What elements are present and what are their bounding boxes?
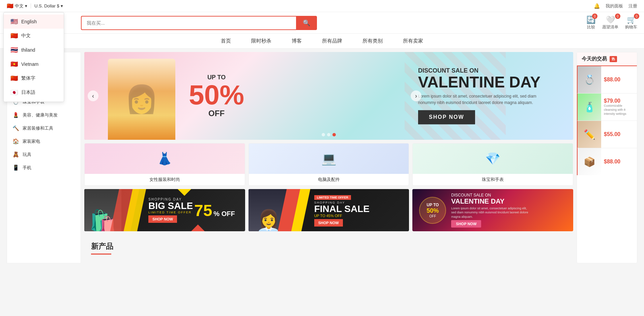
deal-item-4[interactable]: 📦 $88.00	[577, 148, 637, 175]
hero-next-button[interactable]: ›	[411, 90, 421, 101]
deal-info-4: $88.00	[601, 148, 637, 175]
section-underline	[91, 254, 111, 255]
sidebar-item-home-tools[interactable]: 🔨 家居装修和工具	[7, 122, 81, 135]
hero-body-text: Lorem ipsum dolor sit amet, consectetuer…	[418, 93, 546, 106]
category-label-jewelry: 珠宝和手表	[479, 174, 506, 185]
deal-image-4: 📦	[578, 148, 601, 175]
notification-bell-icon[interactable]: 🔔	[594, 3, 600, 9]
category-electronics[interactable]: 💻 电脑及配件	[248, 143, 409, 186]
flag-icon: 🇨🇳	[7, 3, 13, 9]
sidebar-item-label: 美容、健康与美发	[23, 112, 58, 118]
hero-shop-now-button[interactable]: SHOP NOW	[418, 110, 475, 125]
sidebar-item-toys[interactable]: 🧸 玩具	[7, 148, 81, 161]
cart-badge: 0	[634, 14, 639, 19]
top-bar-left: 🇨🇳 中文 ▾ U.S. Dollar $ ▾ 🇺🇸 English 🇨🇳 中文…	[7, 3, 63, 9]
search-bar: 🔍	[81, 16, 317, 30]
dashboard-link[interactable]: 我的面板	[606, 3, 623, 9]
nav-sellers[interactable]: 所有卖家	[403, 38, 423, 44]
flag-th-icon: 🇹🇭	[10, 46, 18, 54]
heart-icon: 🤍	[606, 16, 615, 24]
hero-prev-button[interactable]: ‹	[88, 90, 98, 101]
promo-3-content: DISCOUNT SALE ON VALENTINE DAY Lorem ips…	[412, 189, 535, 231]
category-jewelry[interactable]: 💎 珠宝和手表	[412, 143, 573, 186]
cart-button[interactable]: 🛒 0 购物车	[625, 16, 637, 30]
nav-categories[interactable]: 所有类别	[362, 38, 383, 44]
register-link[interactable]: 注册	[628, 3, 637, 9]
category-women-fashion[interactable]: 👗 女性服装和时尚	[84, 143, 245, 186]
deal-desc-2: Customizable cleansing with 8 intensity …	[604, 104, 634, 116]
sidebar-item-label: 玩具	[23, 152, 31, 158]
sidebar-item-appliances[interactable]: 🏠 家装家电	[7, 135, 81, 148]
nav-brands[interactable]: 所有品牌	[322, 38, 342, 44]
deal-item-3[interactable]: ✏️ $55.00	[577, 121, 637, 148]
compare-button[interactable]: 🔄 0 比较	[586, 16, 595, 30]
promo-1-shop-now-button[interactable]: SHOP NOW	[148, 215, 177, 223]
deal-info-3: $55.00	[601, 121, 637, 148]
promo-2-final-sale: FINAL SALE	[314, 204, 370, 214]
promo-2-shop-now-button[interactable]: SHOP NOW	[314, 219, 343, 227]
lang-option-traditional[interactable]: 🇨🇳 繁体字	[4, 71, 64, 85]
category-img-electronics: 💻	[249, 143, 409, 174]
new-products-title: 新产品	[91, 241, 566, 252]
sidebar-item-label: 家装家电	[23, 138, 40, 144]
center-content: 👩 UP TO 50% OFF DISCOUNT SALE ON VALENTI…	[84, 52, 573, 263]
hero-dots	[322, 133, 336, 136]
lang-option-vietnam[interactable]: 🇻🇳 Vietnam	[4, 57, 64, 71]
sidebar-item-beauty[interactable]: 💄 美容、健康与美发	[7, 108, 81, 122]
hero-percent: 50%	[189, 81, 244, 109]
currency-selector[interactable]: U.S. Dollar $ ▾	[31, 3, 63, 8]
hero-banner: 👩 UP TO 50% OFF DISCOUNT SALE ON VALENTI…	[84, 52, 573, 140]
deal-info-1: $88.00	[601, 66, 637, 93]
wishlist-button[interactable]: 🤍 0 愿望清单	[602, 16, 618, 30]
hero-percent-block: UP TO 50% OFF	[189, 74, 244, 118]
deal-item-1[interactable]: 💍 $88.00	[577, 66, 637, 94]
header-actions: 🔄 0 比较 🤍 0 愿望清单 🛒 0 购物车	[586, 16, 637, 30]
promo-1-percent: 75 % OFF	[194, 201, 235, 219]
hero-dot-1[interactable]	[322, 133, 325, 136]
nav-flash-sale[interactable]: 限时秒杀	[251, 38, 271, 44]
currency-label: U.S. Dollar $	[34, 3, 59, 8]
promo-2-up-to: UP TO 45% OFF	[314, 214, 370, 218]
category-label-electronics: 电脑及配件	[315, 174, 343, 185]
search-input[interactable]	[81, 16, 296, 30]
hero-off: OFF	[189, 109, 244, 118]
hero-dot-3[interactable]	[332, 133, 336, 136]
search-button[interactable]: 🔍	[296, 16, 317, 30]
promo-2-content: LIMITED TIME OFFER SHOPPING DAY FINAL SA…	[289, 191, 373, 230]
lang-option-thiland[interactable]: 🇹🇭 thiland	[4, 43, 64, 57]
top-bar-right: 🔔 我的面板 注册	[594, 3, 637, 9]
lang-option-chinese[interactable]: 🇨🇳 中文	[4, 29, 64, 43]
promo-final-sale-banner[interactable]: 👩‍💼 LIMITED TIME OFFER SHOPPING DAY FINA…	[248, 189, 409, 231]
promo-3-text: Lorem ipsum dolor sit amet, consectetuer…	[451, 206, 532, 219]
promo-1-content: SHOPPING DAY BIG SALE LIMITED TIME OFFER…	[121, 194, 196, 226]
sidebar-item-phones[interactable]: 📱 手机	[7, 161, 81, 174]
compare-label: 比较	[587, 24, 595, 30]
nav-bar: 首页 限时秒杀 博客 所有品牌 所有类别 所有卖家	[0, 34, 644, 49]
lang-label: English	[21, 19, 37, 24]
hero-dot-2[interactable]	[327, 133, 330, 136]
promo-1-big-sale: BIG SALE	[148, 201, 193, 211]
wishlist-label: 愿望清单	[602, 24, 618, 30]
promo-3-shop-now-button[interactable]: SHOP NOW	[451, 220, 481, 228]
promo-big-sale-banner[interactable]: 🛍️ SHOPPING DAY BIG SALE LIMITED TIME OF…	[84, 189, 245, 231]
flag-tw-icon: 🇨🇳	[10, 75, 18, 82]
category-img-women: 👗	[85, 143, 245, 174]
deal-price-3: $55.00	[604, 131, 634, 137]
lang-option-english[interactable]: 🇺🇸 English	[4, 15, 64, 29]
top-bar: 🇨🇳 中文 ▾ U.S. Dollar $ ▾ 🇺🇸 English 🇨🇳 中文…	[0, 0, 644, 12]
lang-option-japanese[interactable]: 🇯🇵 日本語	[4, 85, 64, 100]
promo-1-percent-num: 75	[194, 201, 212, 219]
nav-blog[interactable]: 博客	[292, 38, 302, 44]
deal-price-4: $88.00	[604, 159, 634, 165]
deal-image-3: ✏️	[578, 121, 601, 148]
promo-3-title: VALENTINE DAY	[451, 198, 532, 205]
header: IMS 🔍 🔄 0 比较 🤍 0 愿望清单 🛒 0 购物车	[0, 12, 644, 34]
language-selector[interactable]: 🇨🇳 中文 ▾	[7, 3, 27, 9]
deal-item-2[interactable]: 🧴 $79.00 Customizable cleansing with 8 i…	[577, 94, 637, 121]
promo-valentine-banner[interactable]: UP TO 50% OFF DISCOUNT SALE ON VALENTINE…	[412, 189, 573, 231]
lang-label: 中文	[21, 33, 31, 39]
appliances-icon: 🏠	[12, 138, 19, 144]
toys-icon: 🧸	[12, 151, 19, 158]
sidebar-item-label: 家居装修和工具	[23, 125, 53, 131]
nav-home[interactable]: 首页	[221, 38, 231, 44]
